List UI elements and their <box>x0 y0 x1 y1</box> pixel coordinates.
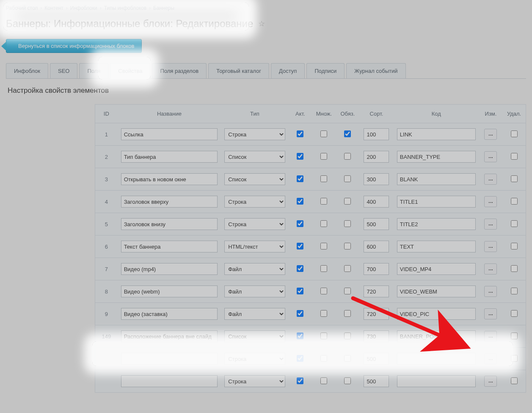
sort-input[interactable] <box>364 128 389 140</box>
active-checkbox[interactable] <box>297 175 303 182</box>
active-checkbox[interactable] <box>297 310 303 317</box>
multiple-checkbox[interactable] <box>320 198 327 205</box>
code-input[interactable] <box>397 308 476 320</box>
required-checkbox[interactable] <box>344 198 351 205</box>
multiple-checkbox[interactable] <box>320 355 327 362</box>
multiple-checkbox[interactable] <box>320 265 327 272</box>
required-checkbox[interactable] <box>344 333 351 339</box>
required-checkbox[interactable] <box>344 265 351 272</box>
sort-input[interactable] <box>364 375 389 387</box>
sort-input[interactable] <box>364 285 389 297</box>
tab-свойства[interactable]: Свойства <box>110 63 150 79</box>
active-checkbox[interactable] <box>297 355 303 362</box>
name-input[interactable] <box>121 173 218 185</box>
multiple-checkbox[interactable] <box>320 377 327 384</box>
required-checkbox[interactable] <box>344 355 351 362</box>
multiple-checkbox[interactable] <box>320 333 327 339</box>
name-input[interactable] <box>121 263 218 275</box>
breadcrumb-item[interactable]: Инфоблоки <box>70 5 97 11</box>
name-input[interactable] <box>121 196 218 208</box>
type-select[interactable]: СтрокаСписокHTML/текстФайл <box>224 196 285 208</box>
tab-поля[interactable]: Поля <box>79 63 108 78</box>
edit-button[interactable]: ... <box>484 196 497 207</box>
tab-поля-разделов[interactable]: Поля разделов <box>152 63 207 78</box>
edit-button[interactable]: ... <box>484 308 497 319</box>
multiple-checkbox[interactable] <box>320 175 327 182</box>
code-input[interactable] <box>397 196 476 208</box>
edit-button[interactable]: ... <box>484 129 497 140</box>
active-checkbox[interactable] <box>297 377 303 384</box>
sort-input[interactable] <box>364 308 389 320</box>
edit-button[interactable]: ... <box>484 353 497 364</box>
delete-checkbox[interactable] <box>511 355 518 362</box>
breadcrumb-item[interactable]: Контент <box>44 5 63 11</box>
name-input[interactable] <box>121 353 218 365</box>
required-checkbox[interactable] <box>344 288 351 294</box>
sort-input[interactable] <box>364 196 389 208</box>
sort-input[interactable] <box>364 353 389 365</box>
code-input[interactable] <box>397 173 476 185</box>
code-input[interactable] <box>397 375 476 387</box>
active-checkbox[interactable] <box>297 288 303 294</box>
breadcrumb-item[interactable]: Баннеры <box>153 5 174 11</box>
delete-checkbox[interactable] <box>511 310 518 317</box>
required-checkbox[interactable] <box>344 377 351 384</box>
name-input[interactable] <box>121 218 218 230</box>
multiple-checkbox[interactable] <box>320 288 327 294</box>
delete-checkbox[interactable] <box>511 288 518 294</box>
sort-input[interactable] <box>364 330 389 342</box>
tab-торговый-каталог[interactable]: Торговый каталог <box>208 63 269 78</box>
edit-button[interactable]: ... <box>484 151 497 162</box>
delete-checkbox[interactable] <box>511 265 518 272</box>
active-checkbox[interactable] <box>297 243 303 249</box>
code-input[interactable] <box>397 263 476 275</box>
edit-button[interactable]: ... <box>484 263 497 274</box>
active-checkbox[interactable] <box>297 265 303 272</box>
edit-button[interactable]: ... <box>484 174 497 185</box>
code-input[interactable] <box>397 330 476 342</box>
type-select[interactable]: СтрокаСписокHTML/текстФайл <box>224 308 285 320</box>
edit-button[interactable]: ... <box>484 376 497 387</box>
delete-checkbox[interactable] <box>511 130 518 137</box>
delete-checkbox[interactable] <box>511 243 518 249</box>
required-checkbox[interactable] <box>344 175 351 182</box>
delete-checkbox[interactable] <box>511 333 518 339</box>
code-input[interactable] <box>397 128 476 140</box>
active-checkbox[interactable] <box>297 333 303 339</box>
favorite-star-icon[interactable]: ☆ <box>258 19 265 28</box>
name-input[interactable] <box>121 285 218 297</box>
tab-seo[interactable]: SEO <box>50 63 77 78</box>
sort-input[interactable] <box>364 173 389 185</box>
breadcrumb-item[interactable]: Рабочий стол <box>6 5 38 11</box>
type-select[interactable]: СтрокаСписокHTML/текстФайл <box>224 353 285 365</box>
multiple-checkbox[interactable] <box>320 310 327 317</box>
type-select[interactable]: СтрокаСписокHTML/текстФайл <box>224 241 285 252</box>
edit-button[interactable]: ... <box>484 219 497 230</box>
name-input[interactable] <box>121 241 218 252</box>
name-input[interactable] <box>121 308 218 320</box>
required-checkbox[interactable] <box>344 310 351 317</box>
sort-input[interactable] <box>364 241 389 252</box>
type-select[interactable]: СтрокаСписокHTML/текстФайл <box>224 151 285 163</box>
edit-button[interactable]: ... <box>484 331 497 342</box>
active-checkbox[interactable] <box>297 198 303 205</box>
sort-input[interactable] <box>364 218 389 230</box>
delete-checkbox[interactable] <box>511 198 518 205</box>
sort-input[interactable] <box>364 263 389 275</box>
active-checkbox[interactable] <box>297 153 303 160</box>
delete-checkbox[interactable] <box>511 220 518 227</box>
tab-инфоблок[interactable]: Инфоблок <box>6 63 48 78</box>
delete-checkbox[interactable] <box>511 175 518 182</box>
required-checkbox[interactable] <box>344 130 351 137</box>
type-select[interactable]: СтрокаСписокHTML/текстФайл <box>224 173 285 185</box>
multiple-checkbox[interactable] <box>320 153 327 160</box>
multiple-checkbox[interactable] <box>320 243 327 249</box>
tab-подписи[interactable]: Подписи <box>306 63 345 78</box>
name-input[interactable] <box>121 151 218 163</box>
code-input[interactable] <box>397 241 476 252</box>
required-checkbox[interactable] <box>344 243 351 249</box>
name-input[interactable] <box>121 330 218 342</box>
type-select[interactable]: СтрокаСписокHTML/текстФайл <box>224 218 285 230</box>
sort-input[interactable] <box>364 151 389 163</box>
type-select[interactable]: СтрокаСписокHTML/текстФайл <box>224 263 285 275</box>
